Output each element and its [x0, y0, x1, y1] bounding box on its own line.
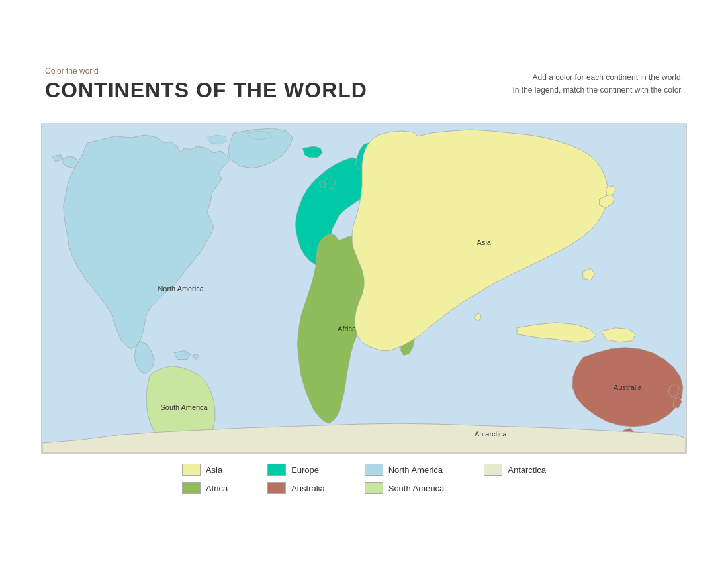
north-america-label: North America: [158, 285, 204, 293]
australia-legend-label: Australia: [291, 484, 325, 493]
header: Color the world CONTINENTS OF THE WORLD: [45, 66, 367, 103]
south-america-legend-label: South America: [388, 484, 445, 493]
legend: Asia Africa Europe Australia North Ameri…: [0, 464, 728, 494]
europe-legend-label: Europe: [291, 465, 319, 475]
legend-column-2: Europe Australia: [267, 464, 325, 494]
asia-color-box: [182, 464, 201, 476]
antarctica-color-box: [484, 464, 502, 476]
legend-item-south-america: South America: [365, 482, 445, 494]
page-title: CONTINENTS OF THE WORLD: [45, 78, 367, 103]
africa-label: Africa: [338, 325, 357, 333]
europe-color-box: [267, 464, 286, 476]
legend-item-antarctica: Antarctica: [484, 464, 546, 476]
legend-item-north-america: North America: [365, 464, 445, 476]
antarctica-legend-label: Antarctica: [508, 465, 546, 475]
legend-item-asia: Asia: [182, 464, 228, 476]
legend-column-3: North America South America: [365, 464, 445, 494]
subtitle: Color the world: [45, 66, 367, 76]
south-america-label: South America: [161, 403, 208, 411]
description-line1: Add a color for each continent in the wo…: [513, 72, 684, 84]
north-america-color-box: [365, 464, 383, 476]
australia-label: Australia: [614, 384, 642, 391]
world-map: North America South America Europe: [42, 123, 686, 453]
legend-column-4: Antarctica: [484, 464, 546, 494]
asia-legend-label: Asia: [206, 465, 222, 475]
description: Add a color for each continent in the wo…: [513, 72, 684, 97]
south-america-color-box: [365, 482, 383, 494]
page: Color the world CONTINENTS OF THE WORLD …: [0, 0, 728, 563]
africa-color-box: [182, 482, 201, 494]
north-america-legend-label: North America: [388, 465, 443, 475]
description-line2: In the legend, match the continent with …: [513, 84, 684, 97]
map-container: North America South America Europe: [41, 123, 687, 454]
legend-item-africa: Africa: [182, 482, 228, 494]
antarctica-label: Antarctica: [475, 430, 508, 438]
legend-item-australia: Australia: [267, 482, 325, 494]
australia-color-box: [267, 482, 286, 494]
africa-legend-label: Africa: [206, 484, 228, 493]
legend-column-1: Asia Africa: [182, 464, 228, 494]
legend-item-europe: Europe: [267, 464, 325, 476]
asia-label: Asia: [477, 238, 492, 246]
